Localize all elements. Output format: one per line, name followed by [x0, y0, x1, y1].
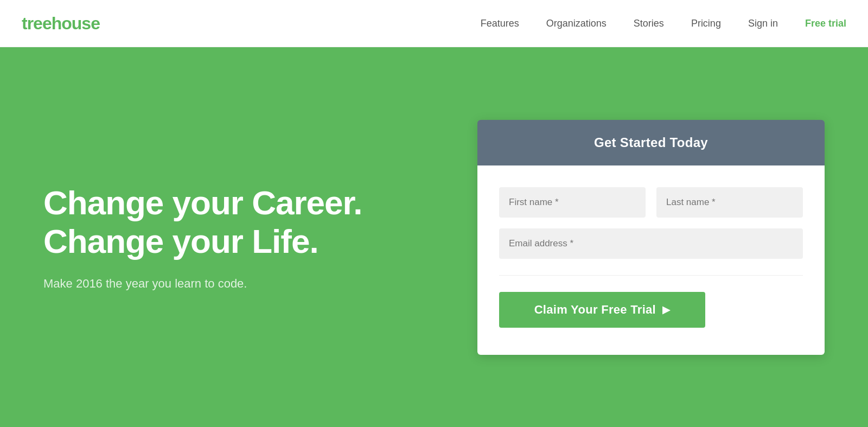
form-card-header: Get Started Today	[477, 120, 825, 165]
nav-signin[interactable]: Sign in	[748, 18, 778, 29]
last-name-input[interactable]	[656, 187, 803, 218]
claim-trial-label: Claim Your Free Trial	[534, 303, 656, 317]
nav-pricing[interactable]: Pricing	[691, 18, 721, 29]
hero-text: Change your Career. Change your Life. Ma…	[43, 183, 391, 291]
logo[interactable]: treehouse	[22, 14, 100, 34]
hero-headline-line1: Change your Career.	[43, 184, 362, 221]
arrow-icon: ▶	[662, 304, 670, 316]
form-card-title: Get Started Today	[499, 135, 803, 150]
form-divider	[499, 275, 803, 276]
hero-headline-line2: Change your Life.	[43, 222, 318, 260]
hero-subheadline: Make 2016 the year you learn to code.	[43, 277, 391, 291]
claim-trial-button[interactable]: Claim Your Free Trial ▶	[499, 292, 705, 328]
name-row	[499, 187, 803, 218]
nav-organizations[interactable]: Organizations	[546, 18, 607, 29]
nav-free-trial[interactable]: Free trial	[805, 18, 846, 29]
signup-form-card: Get Started Today Claim Your Free Trial …	[477, 120, 825, 355]
hero-section: Change your Career. Change your Life. Ma…	[0, 47, 868, 427]
nav-features[interactable]: Features	[481, 18, 519, 29]
main-nav: Features Organizations Stories Pricing S…	[481, 18, 846, 29]
header: treehouse Features Organizations Stories…	[0, 0, 868, 47]
hero-headline: Change your Career. Change your Life.	[43, 183, 391, 261]
email-input[interactable]	[499, 228, 803, 259]
form-card-body: Claim Your Free Trial ▶	[477, 165, 825, 355]
nav-stories[interactable]: Stories	[634, 18, 664, 29]
first-name-input[interactable]	[499, 187, 646, 218]
